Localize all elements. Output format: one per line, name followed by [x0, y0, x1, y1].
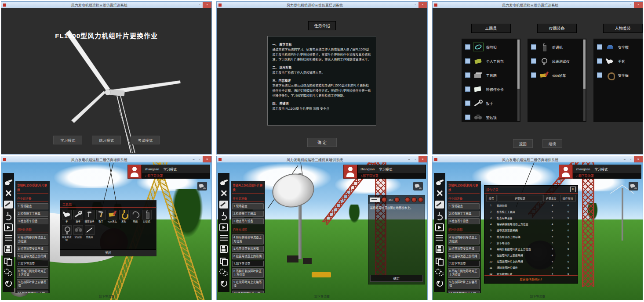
maximize-button[interactable]: [412, 156, 418, 162]
equipment-item[interactable]: 对讲机: [531, 42, 581, 52]
whistle-icon[interactable]: [435, 178, 444, 186]
equipment-item[interactable]: 望远镜: [465, 112, 515, 122]
step-item[interactable]: 4.将吊钩移到导流罩上方位置: [448, 234, 480, 244]
gear-icon[interactable]: [4, 268, 13, 276]
minimize-button[interactable]: [190, 2, 196, 8]
step-item[interactable]: 1.现场勘查: [17, 203, 48, 209]
mode-button[interactable]: 学习模式: [53, 136, 82, 144]
step-item[interactable]: 9.在故障叶片上安装吊绳: [448, 279, 480, 289]
item-checkbox[interactable]: [465, 58, 470, 64]
toolkit-item[interactable]: 手: [62, 210, 72, 223]
step-item[interactable]: 4.将吊钩移到导流罩上方位置: [232, 234, 264, 244]
toolkit-item[interactable]: 吊绳: [130, 210, 140, 223]
item-checkbox[interactable]: [465, 72, 470, 78]
maximize-button[interactable]: [628, 156, 634, 162]
step-item[interactable]: 4.将吊钩移到导流罩上方位置: [17, 234, 48, 244]
save-icon[interactable]: [220, 245, 228, 253]
save-icon[interactable]: [4, 245, 12, 253]
undo-icon[interactable]: [4, 279, 13, 287]
replay-icon[interactable]: [382, 197, 387, 202]
item-checkbox[interactable]: [465, 44, 470, 50]
scene-3d[interactable]: 华锐FL1500风机叶片更换 作业前准备 1.现场勘查2.检查施工工器具3.检查…: [217, 162, 427, 300]
close-button[interactable]: [634, 2, 643, 8]
copy-icon[interactable]: [435, 256, 444, 264]
item-checkbox[interactable]: [531, 58, 536, 64]
toolkit-item[interactable]: 望远镜: [73, 225, 83, 241]
item-checkbox[interactable]: [465, 86, 470, 92]
item-checkbox[interactable]: [531, 44, 536, 50]
item-checkbox[interactable]: [597, 44, 602, 50]
tools-icon[interactable]: [435, 189, 444, 197]
equipment-item[interactable]: 保险扣: [465, 42, 515, 52]
toolkit-close-button[interactable]: 关闭: [60, 249, 156, 256]
toolkit-item[interactable]: 对讲机: [142, 210, 152, 223]
maximize-button[interactable]: [196, 156, 203, 162]
continue-button[interactable]: 继续: [542, 139, 562, 148]
equipment-item[interactable]: 扳手: [465, 98, 515, 108]
record-close-icon[interactable]: [570, 187, 576, 192]
item-checkbox[interactable]: [465, 115, 470, 120]
list-icon[interactable]: [220, 235, 228, 242]
step-item[interactable]: 3.检查吊车设备: [17, 218, 48, 224]
maximize-button[interactable]: [628, 2, 634, 8]
save-icon[interactable]: [436, 245, 444, 253]
maximize-button[interactable]: [412, 2, 418, 8]
step-item[interactable]: 2.检查施工工器具: [232, 211, 264, 217]
step-item[interactable]: 9.在故障叶片上安装吊绳: [17, 279, 48, 289]
equipment-item[interactable]: 工具箱: [465, 70, 515, 80]
step-item[interactable]: 2.检查施工工器具: [17, 211, 48, 217]
edit-icon[interactable]: [219, 201, 228, 209]
play-icon[interactable]: [435, 223, 444, 231]
edit-icon[interactable]: [435, 201, 444, 209]
list-icon[interactable]: [5, 235, 12, 242]
minimize-button[interactable]: [622, 2, 628, 8]
equipment-item[interactable]: 个人工具包: [465, 56, 515, 66]
camera-view-button[interactable]: [197, 182, 207, 191]
play-icon[interactable]: [411, 197, 417, 202]
item-checkbox[interactable]: [531, 72, 536, 78]
guide-step-selector[interactable]: [370, 198, 380, 202]
equipment-item[interactable]: 检修作业卡: [465, 84, 515, 94]
toolkit-item[interactable]: 金属棒: [84, 225, 95, 241]
scrollbar[interactable]: [517, 40, 520, 121]
item-checkbox[interactable]: [597, 58, 602, 64]
minimize-button[interactable]: [406, 2, 412, 8]
minimize-button[interactable]: [622, 156, 628, 162]
step-item[interactable]: 9.在故障叶片上安装吊绳: [232, 279, 264, 289]
toolkit-item[interactable]: 风速测试仪: [62, 225, 72, 241]
stop-icon[interactable]: [418, 197, 423, 202]
gear-icon[interactable]: [219, 268, 228, 276]
step-item[interactable]: 8.吊钩升到故障叶片正上方位置: [232, 268, 264, 278]
minimize-button[interactable]: [406, 156, 412, 162]
copy-icon[interactable]: [219, 256, 228, 264]
camera-view-button[interactable]: [413, 182, 423, 191]
step-item[interactable]: 2.检查施工工器具: [448, 211, 480, 217]
tools-icon[interactable]: [4, 189, 13, 197]
step-item[interactable]: 5.给导流罩安装吊绳: [448, 246, 480, 252]
toolkit-item[interactable]: 吊钩: [119, 210, 129, 223]
scrollbar[interactable]: [583, 40, 586, 121]
mode-button[interactable]: 练习模式: [92, 136, 121, 144]
audio-icon[interactable]: [405, 197, 410, 202]
copy-icon[interactable]: [4, 256, 13, 264]
step-item[interactable]: 6.拉直导流罩上的吊绳: [232, 253, 264, 259]
item-checkbox[interactable]: [465, 101, 470, 106]
close-button[interactable]: [203, 156, 211, 162]
list-icon[interactable]: [436, 235, 443, 242]
step-item[interactable]: 7.卸下导流罩: [448, 261, 480, 267]
close-button[interactable]: [418, 156, 427, 162]
play-icon[interactable]: [219, 223, 228, 231]
step-item[interactable]: 8.吊钩升到故障叶片正上方位置: [448, 268, 480, 278]
step-item[interactable]: 10.拉直故障叶片上的吊绳: [448, 291, 480, 293]
step-item[interactable]: 3.检查吊车设备: [448, 218, 480, 224]
close-button[interactable]: [203, 2, 211, 8]
whistle-icon[interactable]: [219, 178, 228, 186]
equipment-item[interactable]: 安全绳: [597, 70, 643, 80]
play-icon[interactable]: [4, 223, 13, 231]
step-item[interactable]: 8.吊钩升到故障叶片正上方位置: [17, 268, 48, 278]
minimize-button[interactable]: [190, 156, 196, 162]
step-item[interactable]: 7.卸下导流罩: [17, 261, 48, 267]
back-button[interactable]: 返回: [513, 139, 533, 148]
undo-icon[interactable]: [219, 279, 228, 287]
edit-icon[interactable]: [4, 201, 13, 209]
